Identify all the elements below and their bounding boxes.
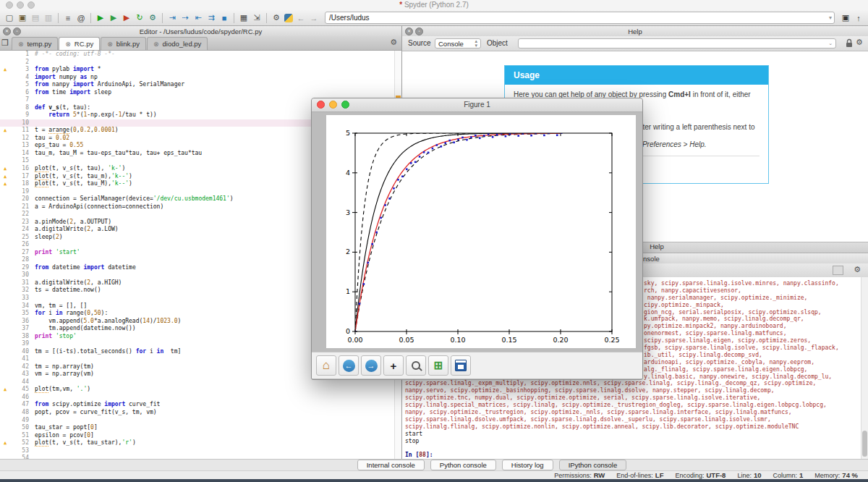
console-line: alg._flinalg, scipy.sparse.linalg.eigen.… [644, 366, 861, 373]
run-cell-advance-icon[interactable]: ▶ [121, 12, 132, 24]
stepper-icon: ▴▾ [475, 39, 477, 48]
new-file-icon[interactable]: ▢ [4, 12, 15, 24]
chevron-down-icon[interactable]: ▾ [829, 14, 832, 21]
line-number: 39 [9, 340, 29, 348]
scrollbar-thumb[interactable] [862, 431, 867, 457]
console-line: arduinoapi, scipy.optimize._cobyla, nanp… [644, 359, 861, 366]
console-options-gear-icon[interactable]: ⚙ [854, 265, 861, 274]
source-select[interactable]: Console ▴▾ [435, 38, 481, 48]
lock-icon[interactable] [846, 38, 853, 49]
close-tab-icon[interactable]: ⊗ [107, 41, 113, 48]
line-number: 5 [9, 81, 29, 89]
status-column: Column:1 [773, 471, 804, 479]
tools-icon[interactable]: ⚙ [271, 12, 282, 24]
figure-title: Figure 1 [312, 101, 642, 109]
pan-icon[interactable]: + [383, 355, 404, 376]
editor-tab-diodo_led.py[interactable]: ⊗diodo_led.py [147, 37, 208, 50]
home-icon: ⌂ [323, 358, 330, 373]
line-number: 19 [9, 188, 29, 196]
code-line-3: ▲3from pylab import * [0, 66, 401, 74]
open-dir-icon[interactable]: ▣ [840, 12, 851, 24]
back-icon[interactable]: ← [339, 355, 359, 376]
x-tick-label: 0.15 [501, 336, 516, 344]
main-toolbar: ▢▣▤▥≡@▶▶▶↻⚙⇥⇢⇤⇉■▦⇲⚙←→ /Users/ludus ▾ ▣↑ [0, 10, 868, 26]
status-line: Line:10 [737, 471, 761, 479]
bottom-tab-internal-console[interactable]: Internal console [357, 460, 425, 470]
line-number: 48 [9, 409, 29, 417]
object-label: Object [487, 39, 508, 47]
console-prompt: In [88]: [405, 452, 861, 459]
bottom-tab-python-console[interactable]: Python console [430, 460, 496, 470]
chevron-down-icon: ⌄ [828, 41, 833, 46]
open-file-icon[interactable]: ▣ [17, 12, 28, 24]
help-options-gear-icon[interactable]: ⚙ [856, 38, 863, 47]
up-dir-icon[interactable]: ↑ [853, 12, 864, 24]
maximize-icon[interactable]: ⇲ [251, 12, 263, 24]
save-icon[interactable]: ▤ [30, 12, 41, 24]
home-icon[interactable]: ⌂ [316, 355, 336, 376]
x-tick-label: 0.05 [399, 336, 414, 344]
status-permissions: Permissions:RW [554, 471, 605, 479]
step-return-icon[interactable]: ⇤ [192, 12, 204, 24]
forward-icon[interactable]: → [361, 355, 381, 376]
line-number: 6 [9, 89, 29, 97]
editor-options-gear-icon[interactable]: ⚙ [390, 38, 397, 47]
console-tab-button[interactable] [833, 266, 843, 275]
zoom-rect-icon[interactable] [406, 355, 426, 376]
code-line-53: 53 [0, 447, 401, 455]
python-logo-icon[interactable] [284, 14, 293, 22]
code-line-45: ▲45plot(tm,vm, '.') [0, 386, 401, 394]
figure-window[interactable]: Figure 1 0.000.050.100.150.200.25012345 … [311, 98, 643, 380]
editor-tab-blink.py[interactable]: ⊗blink.py [101, 37, 146, 50]
spyder-logo-icon: * [399, 1, 402, 9]
zoom-rect-icon [412, 361, 420, 370]
figure-titlebar[interactable]: Figure 1 [312, 98, 642, 112]
run-cell-icon[interactable]: ▶ [108, 12, 119, 24]
warning-icon: ▲ [1, 173, 9, 181]
bottom-tab-history-log[interactable]: History log [502, 460, 553, 470]
working-directory-input[interactable]: /Users/ludus ▾ [325, 12, 835, 24]
console-line: nanpy.serialmanager, scipy.optimize._min… [644, 295, 861, 302]
close-tab-icon[interactable]: ⊗ [153, 41, 159, 48]
spyder-window: * Spyder (Python 2.7) ▢▣▤▥≡@▶▶▶↻⚙⇥⇢⇤⇉■▦⇲… [0, 0, 868, 482]
variable-explorer-icon[interactable]: ▦ [238, 12, 250, 24]
x-tick-label: 0.20 [553, 336, 568, 344]
close-tab-icon[interactable]: ⊗ [65, 41, 71, 48]
object-combobox[interactable]: ⌄ [518, 38, 836, 48]
subplots-icon[interactable]: ⊞ [428, 355, 448, 376]
line-number: 4 [9, 74, 29, 82]
file-switcher-icon[interactable]: ❒ [1, 38, 9, 48]
step-into-icon[interactable]: ⇢ [179, 12, 191, 24]
run-again-icon[interactable]: ↻ [134, 12, 145, 24]
line-number: 35 [9, 310, 29, 318]
bottom-tab-ipython-console[interactable]: IPython console [559, 460, 627, 470]
warning-icon: ▲ [1, 127, 9, 135]
file-switcher-icon[interactable]: ≡ [62, 12, 74, 24]
subplots-icon: ⊞ [434, 359, 443, 372]
save-figure-icon[interactable] [451, 355, 471, 376]
console-scrollbar[interactable] [861, 277, 868, 459]
step-icon[interactable]: ⇥ [166, 12, 178, 24]
continue-icon[interactable]: ⇉ [205, 12, 217, 24]
line-number: 36 [9, 318, 29, 326]
log-icon[interactable]: @ [75, 12, 87, 24]
save-figure-icon [455, 360, 467, 371]
editor-tab-RC.py[interactable]: ⊗RC.py [59, 37, 100, 50]
help-header: ✕ ▫ Help [402, 26, 868, 37]
close-tab-icon[interactable]: ⊗ [18, 41, 24, 48]
save-all-icon[interactable]: ▥ [43, 12, 54, 24]
line-number: 29 [9, 264, 29, 272]
dock-tab-help[interactable]: Help [639, 242, 674, 252]
line-number: 32 [9, 287, 29, 295]
console-line: gion_ncg, serial.serialposix, scipy.opti… [644, 309, 861, 316]
forward-icon[interactable]: → [308, 12, 320, 24]
line-number: 21 [9, 203, 29, 211]
editor-tab-temp.py[interactable]: ⊗temp.py [12, 37, 58, 50]
line-number: 33 [9, 295, 29, 303]
run-icon[interactable]: ▶ [95, 12, 106, 24]
stop-debug-icon[interactable]: ■ [218, 12, 230, 24]
debug-icon[interactable]: ⚙ [147, 12, 158, 24]
code-line-48: 48popt, pcov = curve_fit(v_s, tm, vm) [0, 409, 401, 417]
line-number: 23 [9, 219, 29, 227]
back-icon[interactable]: ← [295, 12, 307, 24]
